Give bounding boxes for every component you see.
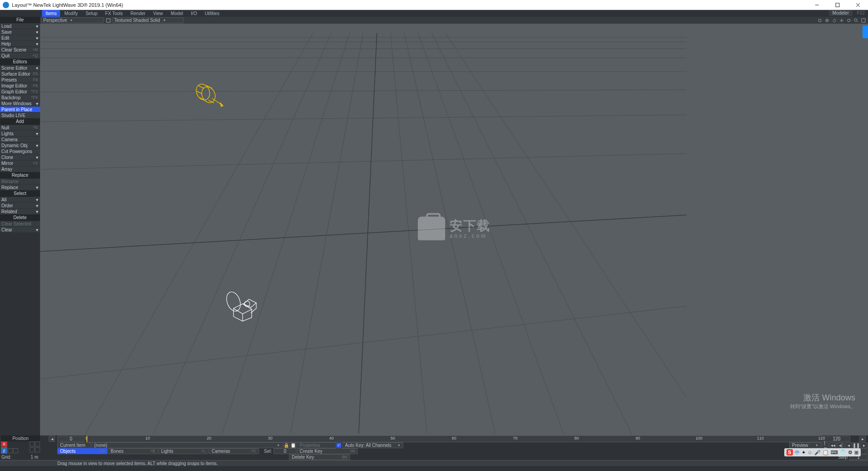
- sidebar-item-more-windows[interactable]: More Windows▾: [0, 101, 40, 107]
- sidebar-item-scene-editor[interactable]: Scene Editor▾: [0, 65, 40, 71]
- axis-x-link-icon[interactable]: [30, 441, 35, 446]
- app-logo-icon: [3, 2, 9, 8]
- zoom-view-icon[interactable]: [853, 17, 859, 23]
- rotate-view-icon[interactable]: [846, 17, 852, 23]
- tab-setup[interactable]: Setup: [82, 10, 101, 17]
- timeline-tick: 50: [391, 436, 395, 440]
- timeline-tick: 70: [513, 436, 518, 440]
- create-key-button[interactable]: Create Keyret: [297, 448, 358, 454]
- timeline[interactable]: 0102030405060708090100110120: [86, 435, 822, 442]
- type-lights-button[interactable]: Lights+L: [158, 448, 208, 454]
- sogou-icon[interactable]: S: [787, 449, 793, 456]
- watermark: 安下载 anxz.com: [418, 216, 491, 240]
- sidebar-item-presets[interactable]: PresetsF8: [0, 77, 40, 83]
- gear-icon[interactable]: [817, 17, 823, 23]
- sidebar-item-related[interactable]: Related▾: [0, 209, 40, 215]
- lock-icon[interactable]: 🔒: [283, 442, 289, 448]
- tab-items[interactable]: Items: [42, 10, 60, 17]
- play-back-button[interactable]: ◂: [845, 442, 852, 448]
- sidebar-item-mirror[interactable]: Mirror+V: [0, 160, 40, 166]
- axis-z[interactable]: Z: [1, 448, 7, 454]
- sidebar-item-help[interactable]: Help▾: [0, 41, 40, 47]
- type-cameras-button[interactable]: Cameras+C: [209, 448, 259, 454]
- timeline-tick: 90: [635, 436, 640, 440]
- tab-render[interactable]: Render: [127, 10, 149, 17]
- sel-count: 0: [274, 448, 296, 454]
- viewport-3d[interactable]: 安下载 anxz.com 激活 Windows 转到"设置"以激活 Window…: [40, 24, 868, 435]
- target-icon[interactable]: [824, 17, 830, 23]
- camera-gizmo[interactable]: [220, 276, 270, 327]
- sidebar-item-image-editor[interactable]: Image EditorF6: [0, 83, 40, 89]
- sidebar-item-order[interactable]: Order▾: [0, 203, 40, 209]
- sidebar-item-load[interactable]: Load▾: [0, 23, 40, 29]
- sidebar-item-clone[interactable]: Clone▾: [0, 154, 40, 160]
- sidebar-item-studio-live[interactable]: Studio LIVE: [0, 113, 40, 118]
- svg-line-10: [857, 21, 858, 22]
- sidebar-item-all[interactable]: All▾: [0, 197, 40, 203]
- tab-utilities[interactable]: Utilities: [201, 10, 223, 17]
- type-objects-button[interactable]: Objects+O: [57, 448, 107, 454]
- autokey-checkbox[interactable]: ✓: [336, 443, 341, 448]
- maximize-button[interactable]: [827, 0, 848, 10]
- axis-z-link-icon[interactable]: [8, 448, 13, 453]
- properties-button: Properties: [297, 442, 336, 448]
- current-item-select[interactable]: (none)▼: [91, 442, 283, 448]
- sidebar-item-save[interactable]: Save▾: [0, 29, 40, 35]
- tab-view[interactable]: View: [150, 10, 167, 17]
- maximize-view-icon[interactable]: [860, 17, 867, 23]
- sidebar-item-cvt-powergons[interactable]: Cvt Powergons: [0, 148, 40, 154]
- sidebar-item-camera[interactable]: Camera: [0, 137, 40, 143]
- frame-start-field[interactable]: 0: [57, 436, 85, 442]
- tab-model[interactable]: Model: [167, 10, 187, 17]
- move-view-icon[interactable]: [838, 17, 845, 23]
- sidebar-item-array[interactable]: Array: [0, 166, 40, 172]
- svg-line-18: [40, 115, 686, 122]
- autokey-select[interactable]: Auto Key: All Channels▼: [342, 442, 403, 448]
- sidebar-item-parent-in-place[interactable]: Parent in Place: [0, 107, 40, 113]
- timeline-tick: 120: [818, 436, 825, 440]
- frame-right-nudge[interactable]: ▸: [859, 436, 866, 442]
- sidebar-item-backdrop[interactable]: Backdrop^F5: [0, 95, 40, 101]
- grid-label: Grid:: [0, 455, 14, 460]
- step-back-button[interactable]: ◂◂: [829, 442, 837, 448]
- clipboard-icon[interactable]: 📋: [290, 442, 296, 448]
- sidebar-item-clear-scene[interactable]: Clear Scene+N: [0, 47, 40, 53]
- axis-x-key-icon[interactable]: [35, 441, 40, 446]
- sidebar-item-dynamic-obj[interactable]: Dynamic Obj▾: [0, 143, 40, 148]
- light-gizmo[interactable]: [190, 78, 227, 110]
- sidebar-item-lights[interactable]: Lights▾: [0, 131, 40, 137]
- sidebar-item-replace[interactable]: Replace▾: [0, 184, 40, 190]
- svg-marker-42: [220, 103, 223, 107]
- minimize-button[interactable]: [807, 0, 827, 10]
- tab-modify[interactable]: Modify: [61, 10, 81, 17]
- frame-left-nudge[interactable]: ◂: [49, 436, 55, 442]
- modeler-button[interactable]: Modeler: [829, 10, 853, 16]
- tab-fx-tools[interactable]: FX Tools: [102, 10, 127, 17]
- sidebar-item-edit[interactable]: Edit▾: [0, 35, 40, 41]
- axis-z-key-icon[interactable]: [13, 448, 18, 453]
- sidebar-item-quit[interactable]: Quit+Q: [0, 53, 40, 59]
- frame-end-field[interactable]: 120: [823, 436, 850, 442]
- svg-point-6: [826, 19, 828, 22]
- right-edge-tab[interactable]: [863, 26, 868, 38]
- wireframe-toggle-icon[interactable]: [105, 17, 112, 23]
- close-button[interactable]: [848, 0, 868, 10]
- svg-line-19: [40, 154, 686, 169]
- shading-mode-select[interactable]: Textured Shaded Solid▼: [112, 17, 184, 23]
- tab-i/o[interactable]: I/O: [187, 10, 200, 17]
- prev-key-button[interactable]: ◂|: [837, 442, 844, 448]
- play-button[interactable]: ▸: [860, 442, 868, 448]
- sidebar-item-clear[interactable]: Clear▾: [0, 227, 40, 233]
- type-bones-button[interactable]: Bones+B: [108, 448, 158, 454]
- axis-x[interactable]: X: [1, 441, 7, 447]
- refresh-icon[interactable]: [831, 17, 838, 23]
- ime-toolbar[interactable]: S 中✦☺ 🎤📋⌨👕⚙⊞: [784, 448, 861, 456]
- sidebar-item-graph-editor[interactable]: Graph Editor^F2: [0, 89, 40, 95]
- preview-select[interactable]: Preview▼: [789, 442, 821, 448]
- sidebar-item-null[interactable]: Null^N: [0, 125, 40, 131]
- delete-key-button[interactable]: Delete Keydel: [289, 454, 350, 460]
- sidebar-item-surface-editor[interactable]: Surface EditorF5: [0, 71, 40, 77]
- sidebar-header-add: Add: [0, 118, 40, 125]
- pause-button[interactable]: ❚❚: [853, 442, 860, 448]
- view-mode-select[interactable]: Perspective▼: [41, 17, 104, 23]
